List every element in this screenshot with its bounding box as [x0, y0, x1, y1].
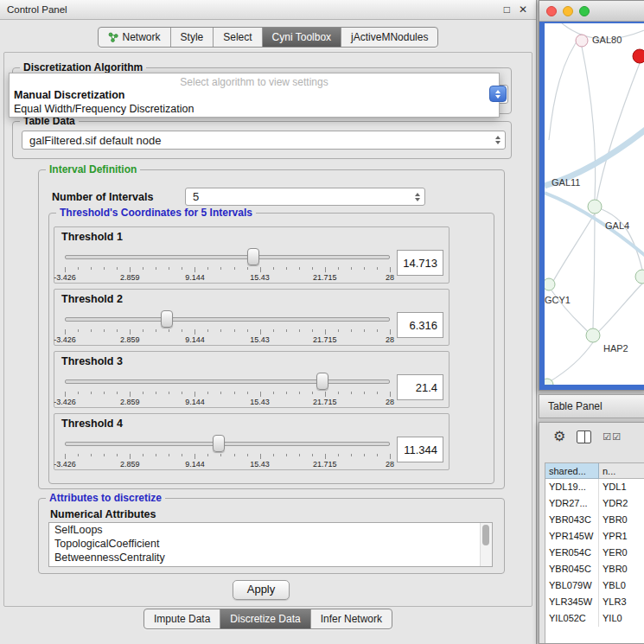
table-cell[interactable]: YLR345W — [545, 594, 599, 610]
tab-select[interactable]: Select — [213, 28, 261, 47]
table-cell[interactable]: YBR0 — [599, 512, 644, 528]
table-cell[interactable]: YPR145W — [545, 528, 599, 545]
table-cell[interactable]: YLR3 — [599, 594, 644, 610]
table-cell[interactable]: YDR27... — [545, 495, 599, 512]
table-cell[interactable]: YIL052C — [545, 610, 599, 627]
table-row[interactable]: YDR27...YDR2 — [545, 495, 644, 512]
table-row[interactable]: YIL052CYIL0 — [545, 610, 644, 627]
close-icon[interactable]: ✕ — [519, 3, 527, 16]
table-cell[interactable]: YBL0 — [599, 577, 644, 594]
slider-scale-labels: -3.426 2.859 9.144 15.43 21.715 28 — [65, 335, 390, 345]
threshold-3-value-field[interactable]: 21.4 — [397, 374, 443, 400]
network-edge — [552, 214, 595, 283]
tick — [91, 454, 92, 456]
algorithm-combobox-stepper[interactable] — [489, 86, 507, 102]
tick — [194, 454, 195, 459]
threshold-2-value-field[interactable]: 6.316 — [397, 312, 443, 338]
slider-thumb[interactable] — [247, 248, 259, 265]
network-node[interactable] — [633, 49, 644, 63]
scrollbar[interactable] — [480, 523, 492, 566]
network-node[interactable] — [545, 278, 555, 290]
tab-infer-network[interactable]: Infer Network — [310, 609, 392, 628]
menu-item-manual-discretization[interactable]: Manual Discretization — [10, 88, 499, 102]
scale-label: 28 — [386, 460, 394, 469]
table-cell[interactable]: YBR045C — [545, 561, 599, 577]
tick — [130, 267, 131, 272]
table-cell[interactable]: YBL079W — [545, 577, 599, 594]
network-node[interactable] — [545, 379, 553, 385]
table-row[interactable]: YPR145WYPR1 — [545, 528, 644, 545]
network-node[interactable] — [588, 200, 602, 214]
tab-style[interactable]: Style — [170, 28, 214, 47]
network-window: GAL80 GAL11 GAL4 GCY1 HAP2 — [539, 0, 644, 391]
slider-track[interactable] — [65, 379, 390, 384]
close-traffic-light[interactable] — [546, 6, 557, 16]
tick — [247, 329, 248, 332]
apply-button[interactable]: Apply — [233, 580, 290, 600]
slider-thumb[interactable] — [161, 310, 173, 328]
table-cell[interactable]: YER054C — [545, 545, 599, 561]
network-node[interactable] — [576, 35, 588, 47]
column-header-shared-name[interactable]: shared... — [545, 463, 599, 479]
list-item[interactable]: BetweennessCentrality — [49, 551, 492, 564]
stepper-down-icon — [495, 95, 501, 99]
slider-thumb[interactable] — [316, 373, 328, 390]
zoom-traffic-light[interactable] — [579, 6, 590, 16]
table-row[interactable]: YBR045CYBR0 — [545, 561, 644, 577]
table-row[interactable]: YLR345WYLR3 — [545, 594, 644, 610]
table-cell[interactable]: YDL1 — [599, 479, 644, 495]
scrollbar-thumb[interactable] — [482, 525, 489, 545]
threshold-1-value-field[interactable]: 14.713 — [397, 250, 443, 276]
table-cell[interactable]: YBR043C — [545, 512, 599, 528]
select-columns-icon[interactable]: ☑☑ — [603, 432, 622, 442]
table-cell[interactable]: YDR2 — [599, 495, 644, 512]
table-row[interactable]: YBR043CYBR0 — [545, 512, 644, 528]
float-window-icon[interactable]: □ — [504, 3, 510, 16]
tick — [273, 267, 274, 270]
threshold-4-value-field[interactable]: 11.344 — [397, 437, 443, 462]
tab-discretize-data[interactable]: Discretize Data — [220, 609, 309, 628]
column-header-name[interactable]: n... — [599, 463, 644, 479]
network-canvas[interactable]: GAL80 GAL11 GAL4 GCY1 HAP2 — [545, 23, 644, 385]
tab-cyni-toolbox[interactable]: Cyni Toolbox — [262, 28, 341, 47]
tick — [65, 267, 66, 272]
table-cell[interactable]: YDL19... — [545, 479, 599, 495]
scale-label: 9.144 — [185, 335, 205, 344]
tab-impute-data-label: Impute Data — [154, 613, 210, 625]
tab-cyni-toolbox-label: Cyni Toolbox — [272, 31, 331, 43]
slider-track[interactable] — [65, 442, 390, 446]
table-panel-titlebar: Table Panel — [539, 394, 644, 418]
columns-icon[interactable] — [577, 430, 591, 443]
top-tab-bar: Network Style Select Cyni Toolbox jActiv… — [0, 27, 536, 48]
number-of-intervals-combobox[interactable]: 5 — [185, 188, 425, 206]
table-row[interactable]: YER054CYER0 — [545, 545, 644, 561]
slider-track[interactable] — [65, 255, 390, 259]
table-row[interactable]: YDL19...YDL1 — [545, 479, 644, 495]
tick — [156, 329, 156, 332]
minimize-traffic-light[interactable] — [563, 6, 573, 16]
table-data-combobox[interactable]: galFiltered.sif default node — [22, 131, 506, 150]
menu-item-equal-width-frequency[interactable]: Equal Width/Frequency Discretization — [10, 102, 499, 116]
tick — [351, 329, 352, 332]
tab-network[interactable]: Network — [99, 28, 170, 47]
table-cell[interactable]: YIL0 — [599, 610, 644, 627]
tab-jactivemnodules[interactable]: jActiveMNodules — [341, 28, 437, 47]
tick — [286, 329, 287, 332]
table-cell[interactable]: YBR0 — [599, 561, 644, 577]
table-cell[interactable]: YER0 — [599, 545, 644, 561]
tick — [117, 454, 118, 456]
scale-label: 2.859 — [120, 460, 140, 469]
gear-icon[interactable]: ⚙ — [553, 430, 565, 443]
tab-impute-data[interactable]: Impute Data — [144, 609, 220, 628]
table-cell[interactable]: YPR1 — [599, 528, 644, 545]
network-node[interactable] — [586, 328, 600, 342]
table-row[interactable]: YBL079WYBL0 — [545, 577, 644, 594]
tick — [364, 267, 365, 270]
tick — [234, 454, 235, 456]
slider-track[interactable] — [65, 317, 390, 322]
list-item[interactable]: SelfLoops — [49, 523, 492, 537]
network-node[interactable] — [635, 270, 644, 284]
tab-discretize-data-label: Discretize Data — [230, 613, 300, 625]
slider-thumb[interactable] — [213, 435, 225, 452]
list-item[interactable]: TopologicalCoefficient — [49, 537, 492, 551]
